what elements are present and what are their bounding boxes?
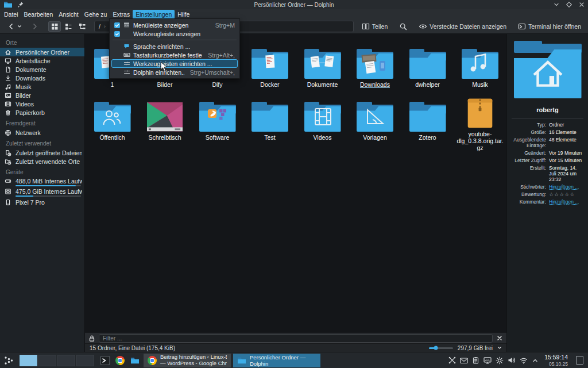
back-button[interactable]	[5, 21, 24, 32]
virtual-desktop-pager[interactable]	[20, 355, 94, 366]
menu-item-dolphin-einrichten[interactable]: Dolphin einrichten...Strg+Umschalt+,	[111, 68, 238, 76]
menu-item-tastaturkurzbefehle-festlegen[interactable]: Tastaturkurzbefehle festlegen ...Strg+Al…	[111, 51, 238, 59]
hidden-files-label: Versteckte Dateien anzeigen	[430, 23, 506, 30]
property-add-link[interactable]: Hinzufügen ...	[549, 184, 583, 190]
file-item-dokumente[interactable]: Dokumente	[296, 45, 349, 98]
sidebar-item-pers-nlicher-ordner[interactable]: Persönlicher Ordner	[0, 48, 84, 56]
sidebar-item-papierkorb[interactable]: Papierkorb	[0, 108, 84, 117]
sidebar-item-downloads[interactable]: Downloads	[0, 74, 84, 82]
file-item-schreibtisch[interactable]: Schreibtisch	[139, 98, 191, 151]
file-item-youtube-dlg-0-3-8-orig-tar-gz[interactable]: youtube-dlg_0.3.8.orig.tar.gz	[454, 98, 506, 151]
file-item-software[interactable]: Software	[191, 98, 243, 151]
menubar-item-gehezu[interactable]: Gehe zu	[82, 10, 110, 19]
device-usage-bar	[16, 185, 81, 186]
expand-icon[interactable]	[532, 357, 539, 364]
folder-icon	[199, 98, 236, 132]
virtual-desktop-4[interactable]	[76, 355, 94, 366]
sidebar-item-label: Videos	[16, 101, 82, 108]
breadcrumb-root[interactable]: /	[99, 23, 100, 30]
menu-item-werkzeugleiste-anzeigen[interactable]: Werkzeugleiste anzeigen	[111, 29, 238, 38]
file-item-videos[interactable]: Videos	[296, 98, 349, 151]
sidebar-item-musik[interactable]: Musik	[0, 82, 84, 91]
menu-item-werkzeugleisten-einrichten[interactable]: Werkzeugleisten einrichten ...	[111, 59, 238, 68]
menubar-item-bearbeiten[interactable]: Bearbeiten	[21, 10, 56, 19]
file-item-docker[interactable]: Docker	[244, 45, 296, 98]
file-item--ffentlich[interactable]: Öffentlich	[86, 98, 138, 151]
sidebar-item-zuletzt-verwendete-orte[interactable]: Zuletzt verwendete Orte	[0, 157, 84, 166]
clipboard-icon[interactable]	[472, 356, 479, 364]
mail-icon[interactable]	[460, 357, 468, 364]
view-details-button[interactable]	[62, 21, 75, 32]
menubar-item-ansicht[interactable]: Ansicht	[56, 10, 81, 19]
back-history-caret-icon[interactable]	[17, 25, 22, 28]
zoom-slider[interactable]	[429, 347, 453, 349]
task-dolphin[interactable]: Persönlicher Ordner — Dolphin	[233, 354, 320, 367]
property-value: Vor 19 Minuten	[549, 150, 583, 156]
menubar-item-hilfe[interactable]: Hilfe	[175, 10, 192, 19]
file-label: youtube-dlg_0.3.8.orig.tar.gz	[455, 131, 505, 151]
file-item-test[interactable]: Test	[244, 98, 296, 151]
volume-icon[interactable]	[508, 356, 516, 364]
properties-list: Typ:OrdnerGröße:16 ElementeAusgeblendete…	[512, 122, 583, 205]
file-item-zotero[interactable]: Zotero	[401, 98, 454, 151]
sidebar-item-pixel-7-pro[interactable]: Pixel 7 Pro	[0, 198, 84, 206]
sidebar-item-dokumente[interactable]: Dokumente	[0, 65, 84, 74]
sidebar-item-arbeitsfl-che[interactable]: Arbeitsfläche	[0, 56, 84, 65]
sidebar-item-488-0-mib-internes-laufwerk-[interactable]: 488,0 MiB Internes Laufwerk (nvm...	[0, 177, 84, 187]
menu-item-men-leiste-anzeigen[interactable]: Menüleiste anzeigenStrg+M	[111, 21, 238, 29]
virtual-desktop-3[interactable]	[57, 355, 75, 366]
sidebar-item-label: Pixel 7 Pro	[16, 199, 82, 206]
menubar-item-einstellungen[interactable]: Einstellungen	[133, 10, 175, 19]
sidebar-item-videos[interactable]: Videos	[0, 99, 84, 108]
minimize-icon[interactable]	[554, 2, 559, 7]
file-item-vorlagen[interactable]: Vorlagen	[349, 98, 401, 151]
folder-icon	[94, 102, 131, 132]
clock[interactable]: 15:59:14 05.10.25	[544, 354, 568, 366]
property-add-link[interactable]: Hinzufügen ...	[549, 199, 583, 205]
sidebar-item-netzwerk[interactable]: Netzwerk	[0, 128, 84, 137]
folder-icon	[252, 98, 288, 132]
forward-button[interactable]	[29, 21, 41, 32]
sidebar-item-475-0-gib-internes-laufwerk-[interactable]: 475,0 GiB Internes Laufwerk (dm-0)	[0, 187, 84, 198]
kdeconnect-icon[interactable]	[448, 356, 456, 364]
file-item-musik[interactable]: Musik	[454, 45, 506, 98]
sidebar-item-bilder[interactable]: Bilder	[0, 91, 84, 99]
close-icon[interactable]	[579, 2, 585, 7]
task-chrome[interactable]: Beitrag hinzufügen ‹ Linux-Bibel — WordP…	[144, 354, 231, 367]
open-terminal-button[interactable]: Terminal hier öffnen	[516, 21, 583, 32]
menu-item-sprache-einrichten[interactable]: Sprache einrichten ...	[111, 42, 238, 51]
file-item-dwhelper[interactable]: dwhelper	[401, 45, 454, 98]
file-label: Dify	[212, 81, 222, 88]
menubar-item-datei[interactable]: Datei	[1, 10, 21, 19]
app-launcher-icon[interactable]	[2, 354, 15, 367]
search-button[interactable]	[397, 21, 409, 32]
pin-icon[interactable]	[17, 1, 24, 8]
maximize-icon[interactable]	[566, 2, 572, 7]
lock-icon[interactable]	[88, 335, 95, 342]
dolphin-launcher-icon[interactable]	[129, 354, 141, 367]
virtual-desktop-2[interactable]	[38, 355, 56, 366]
view-tree-button[interactable]	[76, 21, 88, 32]
chrome-launcher-icon[interactable]	[114, 354, 126, 367]
sidebar-item-zuletzt-ge-ffnete-dateien[interactable]: Zuletzt geöffnete Dateien	[0, 148, 84, 157]
chevron-down-icon[interactable]	[497, 346, 502, 350]
virtual-desktop-1[interactable]	[20, 355, 37, 366]
view-tree-icon	[78, 22, 86, 30]
brightness-icon[interactable]	[496, 356, 504, 365]
view-icons-button[interactable]	[48, 21, 61, 32]
close-filter-icon[interactable]	[496, 335, 503, 342]
titlebar[interactable]: Persönlicher Ordner — Dolphin	[0, 0, 588, 9]
property-label: Erstellt:	[512, 165, 546, 182]
folder-icon	[357, 49, 393, 79]
show-desktop-button[interactable]	[576, 356, 583, 365]
file-item-downloads[interactable]: Downloads	[349, 45, 401, 98]
wifi-icon[interactable]	[520, 357, 528, 364]
rating-stars[interactable]: ☆☆☆☆☆	[549, 191, 583, 197]
menu-separator	[113, 40, 237, 40]
konsole-icon[interactable]	[99, 354, 111, 367]
hidden-files-toggle[interactable]: Versteckte Dateien anzeigen	[416, 22, 509, 31]
display-icon[interactable]	[483, 356, 492, 364]
filter-input[interactable]	[99, 334, 493, 343]
share-button[interactable]: Teilen	[359, 21, 390, 32]
menubar-item-extras[interactable]: Extras	[110, 10, 133, 19]
